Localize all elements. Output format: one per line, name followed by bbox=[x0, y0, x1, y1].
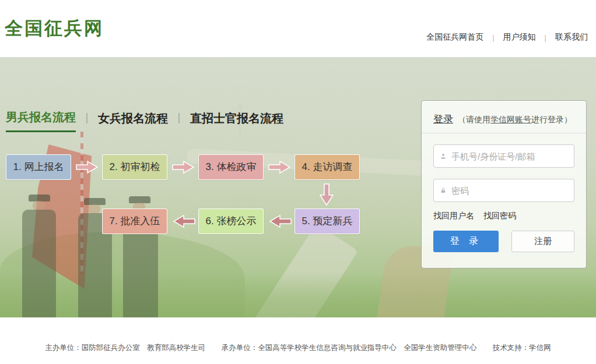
tab-separator bbox=[86, 113, 87, 123]
arrow-right-icon bbox=[268, 160, 291, 175]
arrow-right-icon bbox=[171, 160, 195, 175]
username-field[interactable] bbox=[433, 144, 574, 168]
footer-support: 技术支持：学信网 bbox=[493, 344, 551, 352]
tab-male-enlist[interactable]: 男兵报名流程 bbox=[6, 109, 76, 132]
recover-links: 找回用户名 找回密码 bbox=[433, 211, 574, 221]
password-input[interactable] bbox=[451, 186, 567, 196]
process-tabs: 男兵报名流程 女兵报名流程 直招士官报名流程 bbox=[6, 109, 283, 132]
tab-separator bbox=[178, 113, 180, 123]
login-panel: 登录 （请使用学信网账号进行登录） 找回用户名 找回密码 bbox=[421, 100, 587, 268]
flow-step-1: 1. 网上报名 bbox=[6, 154, 71, 180]
nav-contact-link[interactable]: 联系我们 bbox=[555, 32, 588, 43]
flow-step-5: 5. 预定新兵 bbox=[295, 208, 360, 234]
arrow-right-icon bbox=[75, 160, 99, 175]
flow-step-2: 2. 初审初检 bbox=[102, 154, 167, 180]
site-footer: 主办单位：国防部征兵办公室 教育部高校学生司 承办单位：全国高等学校学生信息咨询… bbox=[0, 317, 596, 364]
arrow-down-icon bbox=[318, 183, 335, 206]
chsi-account-link[interactable]: 学信网账号 bbox=[490, 115, 531, 124]
banner: 男兵报名流程 女兵报名流程 直招士官报名流程 1. 网上报名 2. 初审初检 3… bbox=[0, 57, 596, 317]
nav-separator: | bbox=[545, 33, 546, 42]
username-input[interactable] bbox=[451, 151, 567, 161]
site-header: 全国征兵网 全国征兵网首页 | 用户须知 | 联系我们 bbox=[0, 0, 596, 57]
tab-female-enlist[interactable]: 女兵报名流程 bbox=[98, 111, 168, 132]
login-header: 登录 （请使用学信网账号进行登录） bbox=[422, 101, 586, 133]
login-buttons: 登 录 注册 bbox=[433, 231, 574, 252]
nav-home-link[interactable]: 全国征兵网首页 bbox=[426, 32, 483, 43]
recover-username-link[interactable]: 找回用户名 bbox=[433, 211, 474, 220]
footer-organizer: 承办单位：全国高等学校学生信息咨询与就业指导中心 全国学生资助管理中心 bbox=[222, 344, 477, 352]
footer-host: 主办单位：国防部征兵办公室 教育部高校学生司 bbox=[45, 344, 205, 352]
register-button[interactable]: 注册 bbox=[511, 231, 574, 252]
password-field[interactable] bbox=[433, 179, 574, 202]
login-title[interactable]: 登录 bbox=[433, 114, 453, 125]
login-subtitle-suffix: 进行登录） bbox=[531, 115, 572, 124]
flow-step-6: 6. 张榜公示 bbox=[198, 208, 264, 234]
arrow-left-icon bbox=[173, 214, 196, 229]
page: 全国征兵网 全国征兵网首页 | 用户须知 | 联系我们 bbox=[0, 0, 596, 364]
flow-step-7: 7. 批准入伍 bbox=[102, 208, 167, 234]
flow-step-3: 3. 体检政审 bbox=[198, 154, 264, 180]
login-subtitle-prefix: （请使用 bbox=[458, 115, 490, 124]
top-nav: 全国征兵网首页 | 用户须知 | 联系我们 bbox=[426, 32, 588, 43]
recover-password-link[interactable]: 找回密码 bbox=[483, 211, 516, 220]
nav-user-notice-link[interactable]: 用户须知 bbox=[503, 32, 536, 43]
lock-icon bbox=[440, 186, 446, 195]
arrow-left-icon bbox=[269, 214, 292, 229]
site-logo[interactable]: 全国征兵网 bbox=[5, 16, 104, 41]
login-button[interactable]: 登 录 bbox=[433, 231, 499, 252]
flow-step-4: 4. 走访调查 bbox=[295, 154, 360, 180]
user-icon bbox=[440, 151, 446, 161]
nav-separator: | bbox=[492, 33, 494, 42]
tab-direct-nco[interactable]: 直招士官报名流程 bbox=[190, 111, 283, 132]
